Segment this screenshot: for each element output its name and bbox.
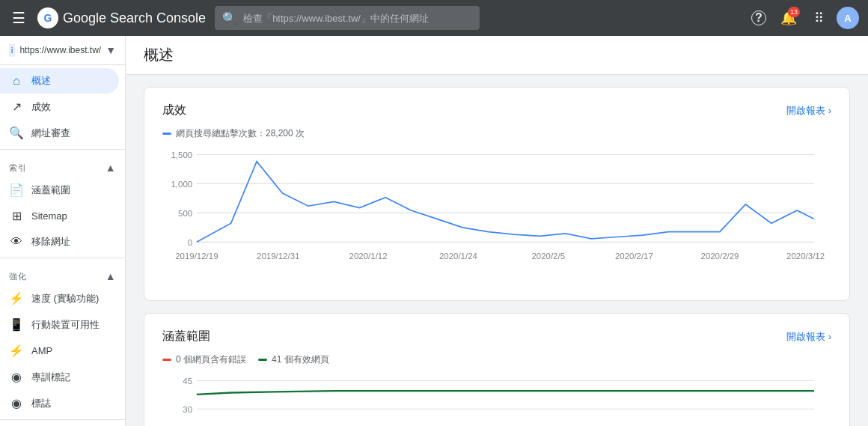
coverage-open-report-label: 開啟報表: [786, 330, 825, 344]
svg-text:0: 0: [188, 238, 192, 247]
notification-badge: 13: [788, 7, 800, 17]
performance-open-report-link[interactable]: 開啟報表 ›: [786, 104, 831, 118]
svg-text:2020/1/12: 2020/1/12: [349, 252, 388, 261]
svg-text:2020/1/24: 2020/1/24: [439, 252, 478, 261]
sidebar-nav: ⌂ 概述 ↗ 成效 🔍 網址審查 索引 ▲ 📄 涵蓋範圍 ⊞ Si: [0, 65, 125, 426]
valid-legend-label: 41 個有效網頁: [272, 353, 329, 366]
google-logo-icon: G: [37, 7, 58, 28]
performance-open-report-label: 開啟報表: [786, 104, 825, 118]
divider-2: [0, 258, 125, 258]
clicks-legend-label: 網頁搜尋總點擊次數：28,200 次: [176, 127, 305, 140]
svg-text:2020/2/17: 2020/2/17: [615, 252, 653, 261]
coverage-icon: 📄: [9, 183, 24, 197]
mobile-icon: 📱: [9, 317, 24, 332]
index-section-header: 索引 ▲: [0, 153, 125, 177]
divider-3: [0, 419, 125, 420]
search-bar[interactable]: 🔍: [215, 6, 479, 30]
sidebar-label-removals: 移除網址: [31, 235, 70, 249]
performance-card: 成效 開啟報表 › 網頁搜尋總點擊次數：28,200 次: [144, 87, 850, 301]
sidebar-label-url-inspection: 網址審查: [31, 127, 70, 140]
sidebar-item-removals[interactable]: 👁 移除網址: [0, 229, 119, 255]
coverage-card-title: 涵蓋範圍: [162, 329, 210, 344]
search-icon: 🔍: [222, 11, 237, 25]
security-section-header: 安全性與導入介入處理 ▼: [0, 423, 125, 426]
sidebar-item-url-inspection[interactable]: 🔍 網址審查: [0, 120, 119, 146]
site-dropdown-arrow: ▼: [106, 44, 116, 56]
sidebar-item-performance[interactable]: ↗ 成效: [0, 94, 119, 120]
performance-chevron-right-icon: ›: [828, 105, 831, 116]
sidebar-label-coverage: 涵蓋範圍: [31, 183, 70, 197]
speed-icon: ⚡: [9, 291, 24, 305]
menu-icon[interactable]: ☰: [9, 6, 28, 30]
app-title: Google Search Console: [63, 10, 206, 26]
main-content-area: 概述 成效 開啟報表 › 網頁搜尋總點擊次數：28,200 次: [126, 36, 868, 426]
site-icon: i: [9, 43, 15, 57]
breadcrumbs-icon: ◉: [9, 396, 24, 410]
svg-text:1,500: 1,500: [171, 150, 192, 159]
sidebar-label-speed: 速度 (實驗功能): [31, 292, 99, 305]
svg-text:30: 30: [183, 405, 192, 414]
performance-legend: 網頁搜尋總點擊次數：28,200 次: [162, 127, 831, 140]
coverage-legend: 0 個網頁含有錯誤 41 個有效網頁: [162, 353, 831, 366]
app-logo: G Google Search Console: [37, 7, 206, 28]
structured-icon: ◉: [9, 370, 24, 384]
apps-icon: ⠿: [814, 10, 824, 26]
sitemap-icon: ⊞: [9, 209, 24, 223]
coverage-card-header: 涵蓋範圍 開啟報表 ›: [162, 329, 831, 344]
coverage-chart-svg: 45 30 15 0 2019/12/21 2020/1/1 2020/1/12…: [162, 372, 831, 426]
error-legend-label: 0 個網頁含有錯誤: [176, 353, 246, 366]
coverage-chart: 45 30 15 0 2019/12/21 2020/1/1 2020/1/12…: [162, 372, 831, 426]
sidebar-item-speed[interactable]: ⚡ 速度 (實驗功能): [0, 285, 119, 311]
index-section-label: 索引: [9, 162, 26, 174]
coverage-legend-valid: 41 個有效網頁: [258, 353, 329, 366]
svg-text:2020/2/29: 2020/2/29: [701, 252, 739, 261]
enhance-section-header: 強化 ▲: [0, 261, 125, 285]
sidebar-label-performance: 成效: [31, 100, 51, 114]
help-button[interactable]: ?: [747, 6, 771, 30]
site-selector[interactable]: i https://www.ibest.tw/ ▼: [0, 36, 125, 65]
sidebar-label-breadcrumbs: 標誌: [31, 397, 51, 410]
svg-text:500: 500: [178, 209, 192, 218]
sidebar-item-amp[interactable]: ⚡ AMP: [0, 338, 119, 364]
clicks-legend-dot: [162, 133, 171, 135]
removals-icon: 👁: [9, 235, 24, 249]
svg-text:1,000: 1,000: [171, 180, 192, 189]
coverage-chevron-right-icon: ›: [828, 331, 831, 342]
sidebar-item-sitemap[interactable]: ⊞ Sitemap: [0, 203, 119, 229]
page-title: 概述: [126, 36, 868, 75]
user-avatar[interactable]: A: [837, 7, 859, 29]
sidebar-item-structured[interactable]: ◉ 專訓標記: [0, 364, 119, 390]
error-legend-dot: [162, 359, 171, 361]
sidebar-label-amp: AMP: [31, 345, 52, 356]
performance-icon: ↗: [9, 100, 24, 114]
topbar-actions: ? 🔔 13 ⠿ A: [747, 6, 859, 30]
notification-button[interactable]: 🔔 13: [777, 6, 801, 30]
svg-text:2019/12/31: 2019/12/31: [257, 252, 299, 261]
sidebar-item-mobile[interactable]: 📱 行動裝置可用性: [0, 311, 119, 338]
coverage-card: 涵蓋範圍 開啟報表 › 0 個網頁含有錯誤 41 個有效網頁: [144, 313, 850, 426]
svg-text:2020/3/12: 2020/3/12: [786, 252, 825, 261]
sidebar-label-sitemap: Sitemap: [31, 210, 67, 222]
main-content: 成效 開啟報表 › 網頁搜尋總點擊次數：28,200 次: [126, 75, 868, 426]
help-icon: ?: [751, 10, 766, 25]
sidebar-item-breadcrumbs[interactable]: ◉ 標誌: [0, 390, 119, 416]
divider-1: [0, 149, 125, 150]
sidebar-label-overview: 概述: [31, 74, 51, 88]
apps-button[interactable]: ⠿: [807, 6, 831, 30]
coverage-open-report-link[interactable]: 開啟報表 ›: [786, 330, 831, 344]
performance-chart: 1,500 1,000 500 0 2019/12/19 2019/12/31 …: [162, 146, 831, 285]
performance-legend-clicks: 網頁搜尋總點擊次數：28,200 次: [162, 127, 305, 140]
coverage-legend-error: 0 個網頁含有錯誤: [162, 353, 246, 366]
enhance-section-chevron[interactable]: ▲: [106, 270, 116, 282]
amp-icon: ⚡: [9, 344, 24, 358]
sidebar: i https://www.ibest.tw/ ▼ ⌂ 概述 ↗ 成效 🔍 網址…: [0, 36, 126, 426]
enhance-section-label: 強化: [9, 271, 26, 282]
sidebar-item-overview[interactable]: ⌂ 概述: [0, 68, 119, 94]
index-section-chevron[interactable]: ▲: [106, 162, 116, 174]
svg-text:45: 45: [183, 377, 192, 386]
performance-chart-svg: 1,500 1,000 500 0 2019/12/19 2019/12/31 …: [162, 146, 831, 283]
home-icon: ⌂: [9, 74, 24, 88]
sidebar-item-coverage[interactable]: 📄 涵蓋範圍: [0, 177, 119, 203]
performance-card-title: 成效: [162, 103, 186, 118]
search-input[interactable]: [243, 13, 471, 24]
